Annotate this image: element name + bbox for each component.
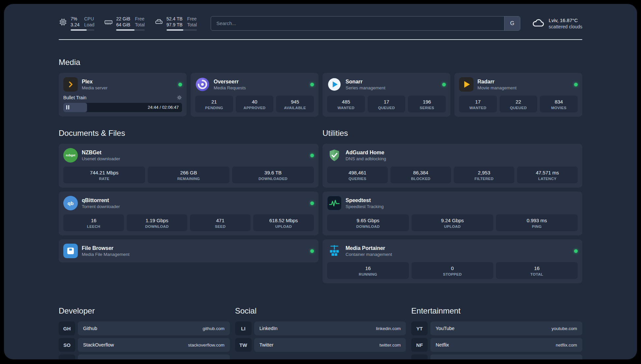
topbar: 7% 3.24 CPU Load [59,16,582,31]
service-name: Radarr [477,78,517,85]
bookmark-name: Github [83,326,97,331]
service-card-overseerr[interactable]: Overseerr Media Requests 21 PENDING 40 A… [191,73,319,117]
bookmark-url: twitter.com [380,343,401,348]
stat-remaining: 266 GB REMAINING [148,167,229,183]
bookmarks-entertainment: Entertainment YT YouTube youtube.com NF … [411,306,582,359]
filebrowser-icon [63,244,78,258]
nzbget-icon: nzbget [63,148,78,163]
service-card-filebrowser[interactable]: File Browser Media File Management [59,239,319,262]
service-card-plex[interactable]: Plex Media server Bullet Train 24:44 / 0… [59,73,187,116]
weather-widget: Lviv, 16.87°C scattered clouds [532,17,582,30]
stat-upload: 618.52 Mbps UPLOAD [253,214,314,231]
status-dot [310,201,314,205]
bookmarks-social: Social LI LinkedIn linkedin.com TW Twitt… [235,306,406,354]
ram-usage-bar [116,29,144,31]
cpu-icon [59,18,67,28]
bookmark-name: Reddit [436,359,449,359]
bookmark-github[interactable]: GH Github github.com [59,321,230,335]
service-card-radarr[interactable]: Radarr Movie management 17 WANTED 22 QUE… [454,73,582,117]
status-dot [442,83,446,86]
stat-available: 945 AVAILABLE [276,96,314,112]
playback-time: 24:44 / 02:06:47 [148,105,179,110]
qbittorrent-icon: qb [63,196,78,210]
bookmark-url: stackoverflow.com [188,343,224,348]
bookmark-netflix[interactable]: NF Netflix netflix.com [411,338,582,352]
bookmark-youtube[interactable]: YT YouTube youtube.com [411,321,582,335]
playback-progress-bar: 24:44 / 02:06:47 [63,103,182,112]
bookmark-linkedin[interactable]: LI LinkedIn linkedin.com [235,321,406,335]
section-title-social: Social [235,306,406,316]
bookmark-abbr: NF [411,338,428,352]
weather-location: Lviv, 16.87°C [549,17,582,24]
disk-usage-bar [167,29,197,31]
section-title-entertainment: Entertainment [411,306,582,316]
service-card-portainer[interactable]: Media Portainer Container management 16 … [322,239,582,283]
bookmark-abbr: TW [235,338,252,352]
service-card-adguard[interactable]: AdGuard Home DNS and adblocking 498,461 … [322,144,582,188]
service-card-sonarr[interactable]: Sonarr Series management 485 WANTED 17 Q… [322,73,450,117]
service-description: DNS and adblocking [346,156,386,162]
service-name: Sonarr [346,78,385,85]
speedtest-icon [327,196,342,210]
bookmark-abbr: DT [59,354,75,359]
section-title-documents: Documents & Files [59,129,319,138]
service-name: Media Portainer [346,245,392,252]
bookmark-abbr: LI [235,321,252,335]
stat-upload: 9.24 Gbps UPLOAD [412,214,493,231]
service-card-nzbget[interactable]: nzbget NZBGet Usenet downloader 744.21 M… [59,144,319,188]
cpu-percent: 7% [71,16,79,22]
pause-button[interactable] [66,105,69,109]
bookmark-twitter[interactable]: TW Twitter twitter.com [235,338,406,352]
status-dot [574,249,578,253]
stat-pending: 21 PENDING [195,96,233,112]
bookmark-abbr: YT [411,321,428,335]
cpu-load-label: Load [84,22,94,28]
service-name: Overseerr [214,78,246,85]
bookmarks-developer: Developer GH Github github.com SO StackO… [59,306,230,359]
ram-widget: 22 GiB 64 GiB Free Total [104,16,144,31]
disk-total-value: 97.9 TB [167,22,183,28]
disk-widget: 52.4 TB 97.9 TB Free Total [155,16,197,31]
status-dot [178,83,182,86]
stat-filtered: 2,953 FILTERED [454,167,514,183]
bookmark-reddit[interactable]: RE Reddit reddit.com [411,354,582,359]
stat-queries: 498,461 QUERIES [327,167,388,183]
ram-total-label: Total [135,22,145,28]
bookmark-dev[interactable]: DT DEV dev.to [59,354,230,359]
bookmark-name: DEV [83,359,93,359]
stat-latency: 47.571 ms LATENCY [517,167,578,183]
portainer-icon [327,244,342,258]
service-description: Series management [346,85,385,91]
service-card-qbittorrent[interactable]: qb qBittorrent Torrent downloader 16 LEE… [59,192,319,235]
media-card-grid: Plex Media server Bullet Train 24:44 / 0… [59,73,582,117]
disk-icon [155,18,163,28]
bookmark-url: youtube.com [552,326,577,331]
overseerr-icon [195,77,210,92]
bookmark-abbr: SO [59,338,75,352]
service-card-speedtest[interactable]: Speedtest Speedtest Tracking 9.65 Gbps D… [322,192,582,235]
bookmark-name: LinkedIn [259,326,278,331]
status-dot [574,83,578,86]
ram-total-value: 64 GiB [116,22,130,28]
weather-condition: scattered clouds [549,24,582,30]
plex-icon [63,77,78,92]
bookmark-abbr: GH [59,321,75,335]
stat-wanted: 485 WANTED [327,96,365,112]
service-description: Media Requests [214,85,246,91]
status-dot [310,154,314,157]
cpu-widget: 7% 3.24 CPU Load [59,16,94,31]
documents-column: Documents & Files nzbget NZBGet Usenet d… [59,129,319,262]
search-input[interactable] [211,16,504,30]
service-description: Torrent downloader [82,204,120,210]
search-provider-button[interactable]: G [504,16,520,30]
disk-free-label: Free [187,16,197,22]
dashboard-panel: 7% 3.24 CPU Load [4,4,637,359]
section-title-media: Media [59,58,582,67]
bookmark-stackoverflow[interactable]: SO StackOverflow stackoverflow.com [59,338,230,352]
stat-download: 1.19 Gbps DOWNLOAD [127,214,187,231]
stat-queued: 17 QUEUED [368,96,406,112]
status-dot [310,249,314,253]
service-name: Speedtest [346,197,384,204]
stat-ping: 0.993 ms PING [496,214,578,231]
gear-icon[interactable] [177,95,182,100]
